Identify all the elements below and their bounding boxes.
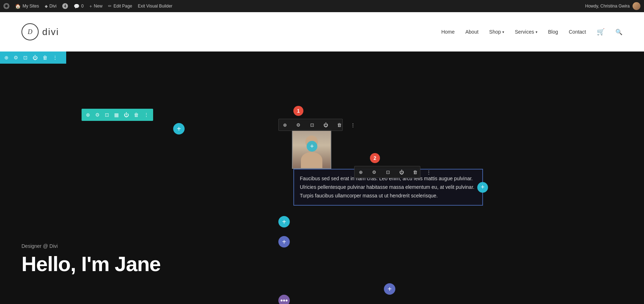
module1-delete-button[interactable]: 🗑 [336, 122, 342, 128]
search-icon[interactable]: 🔍 [615, 29, 623, 35]
logo-icon: D [21, 23, 39, 40]
row-columns-button[interactable]: ▦ [113, 111, 119, 118]
updates-menu[interactable]: 4 [62, 3, 68, 9]
exit-builder-label: Exit Visual Builder [138, 4, 172, 9]
greeting-text: Howdy, Christina Gwira [585, 4, 630, 9]
admin-bar: 🏠 My Sites ◆ Divi 4 💬 0 + New ✏ Edit Pag… [0, 0, 644, 12]
avatar[interactable] [633, 2, 640, 10]
badge-1: 1 [293, 106, 303, 116]
edit-page-link[interactable]: ✏ Edit Page [108, 4, 132, 9]
nav-contact[interactable]: Contact [569, 29, 586, 35]
add-text-module-button[interactable]: + [477, 182, 488, 193]
row-settings-button[interactable]: ⚙ [94, 111, 101, 118]
exit-builder-link[interactable]: Exit Visual Builder [138, 4, 172, 9]
module2-settings-button[interactable]: ⚙ [371, 170, 377, 175]
module2-delete-button[interactable]: 🗑 [412, 170, 418, 175]
row-power-button[interactable]: ⏻ [123, 111, 130, 118]
updates-count: 4 [62, 3, 68, 9]
nav-about[interactable]: About [465, 29, 479, 35]
section-toolbar: ⊕ ⚙ ⊡ ⏻ 🗑 ⋮ [0, 52, 66, 64]
module-toolbar-text: ⊕ ⚙ ⊡ ⏻ 🗑 ⋮ [354, 166, 420, 178]
row-add-button[interactable]: ⊕ [85, 111, 91, 118]
admin-bar-right: Howdy, Christina Gwira [585, 2, 640, 10]
divi-label: Divi [49, 4, 57, 9]
add-image-module-button[interactable]: + [307, 141, 317, 152]
nav-services[interactable]: Services ▾ [515, 29, 537, 35]
text-module-content: Faucibus sed sed erat in nam cras. Leo e… [300, 176, 474, 198]
row-delete-button[interactable]: 🗑 [133, 111, 140, 118]
comments-count: 0 [81, 4, 84, 9]
wp-logo[interactable] [4, 3, 9, 9]
section-layout-button[interactable]: ⊡ [23, 54, 28, 61]
add-row-button-2[interactable]: + [278, 236, 290, 247]
designer-label: Designer @ Divi [21, 243, 623, 249]
section-settings-button[interactable]: ⚙ [13, 54, 19, 61]
bottom-section: Designer @ Divi Hello, I'm Jane [0, 232, 644, 304]
site-nav: Home About Shop ▾ Services ▾ Blog Contac… [441, 28, 623, 36]
section-delete-button[interactable]: 🗑 [42, 54, 48, 61]
module1-layout-button[interactable]: ⊡ [309, 122, 315, 128]
module-toolbar-image: ⊕ ⚙ ⊡ ⏻ 🗑 ⋮ [278, 119, 343, 131]
new-menu[interactable]: + New [89, 4, 103, 9]
site-logo[interactable]: D divi [21, 23, 59, 40]
module1-power-button[interactable]: ⏻ [322, 122, 329, 128]
cart-icon[interactable]: 🛒 [597, 28, 605, 36]
section-more-button[interactable]: ⋮ [52, 54, 58, 61]
nav-home[interactable]: Home [441, 29, 454, 35]
nav-blog[interactable]: Blog [548, 29, 558, 35]
row-more-button[interactable]: ⋮ [143, 111, 150, 118]
row-toolbar: ⊕ ⚙ ⊡ ▦ ⏻ 🗑 ⋮ [82, 109, 153, 121]
nav-shop[interactable]: Shop ▾ [489, 29, 504, 35]
module2-layout-button[interactable]: ⊡ [385, 170, 391, 175]
shop-chevron-icon: ▾ [502, 30, 504, 34]
module2-power-button[interactable]: ⏻ [398, 170, 405, 175]
services-chevron-icon: ▾ [536, 30, 537, 34]
module2-add-button[interactable]: ⊕ [357, 170, 364, 175]
add-column-button[interactable]: + [173, 123, 185, 134]
divi-menu[interactable]: ◆ Divi [45, 4, 57, 9]
my-sites-menu[interactable]: 🏠 My Sites [15, 4, 39, 9]
logo-text: divi [42, 26, 59, 38]
new-label: New [94, 4, 102, 9]
edit-page-label: Edit Page [113, 4, 132, 9]
add-row-button-1[interactable]: + [278, 216, 290, 227]
module2-more-button[interactable]: ⋮ [425, 170, 432, 175]
row-layout-button[interactable]: ⊡ [104, 111, 110, 118]
section-add-button[interactable]: ⊕ [4, 54, 9, 61]
my-sites-label: My Sites [23, 4, 39, 9]
site-header: D divi Home About Shop ▾ Services ▾ Blog… [0, 12, 644, 52]
comments-menu[interactable]: 💬 0 [74, 4, 84, 9]
badge-2: 2 [370, 153, 380, 163]
module1-more-button[interactable]: ⋮ [350, 122, 356, 128]
page-content: ⊕ ⚙ ⊡ ⏻ 🗑 ⋮ ⊕ ⚙ ⊡ ▦ ⏻ 🗑 ⋮ + 1 ⊕ ⚙ ⊡ ⏻ 🗑 … [0, 52, 644, 304]
add-row-button-3[interactable]: + [384, 283, 395, 295]
section-power-button[interactable]: ⏻ [32, 54, 38, 61]
module1-add-button[interactable]: ⊕ [282, 122, 288, 128]
module1-settings-button[interactable]: ⚙ [295, 122, 302, 128]
add-row-button-4[interactable]: ••• [278, 295, 290, 304]
hello-text: Hello, I'm Jane [21, 252, 623, 276]
